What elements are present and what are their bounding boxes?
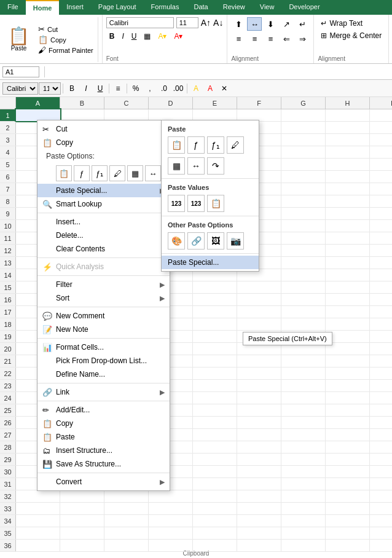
cell-23-8[interactable] (370, 380, 392, 391)
cell-18-6[interactable] (281, 318, 326, 330)
cell-19-8[interactable] (370, 331, 392, 342)
row-num-12[interactable]: 12 (0, 245, 16, 256)
cell-28-8[interactable] (370, 441, 392, 453)
cell-1-8[interactable] (370, 109, 392, 121)
cell-36-8[interactable] (370, 540, 392, 551)
mini-align-button[interactable]: ≡ (111, 82, 125, 95)
cell-36-4[interactable] (193, 540, 237, 551)
cm-define-name[interactable]: Define Name... (37, 367, 170, 381)
cell-27-5[interactable] (237, 429, 281, 441)
cell-30-7[interactable] (326, 466, 370, 477)
mini-percent-button[interactable]: % (129, 82, 143, 95)
row-num-24[interactable]: 24 (0, 392, 16, 404)
cm-copy[interactable]: 📋 Copy (37, 136, 170, 149)
cell-17-8[interactable] (370, 306, 392, 318)
bold-button[interactable]: B (106, 31, 118, 42)
row-num-16[interactable]: 16 (0, 294, 16, 305)
font-size-input[interactable] (176, 17, 198, 28)
cm-clear-contents[interactable]: Clear Contents (37, 242, 170, 256)
cell-2-7[interactable] (326, 122, 370, 133)
decrease-indent-button[interactable]: ⇐ (279, 32, 294, 45)
align-bottom-button[interactable]: ⬇ (263, 17, 278, 31)
cell-24-4[interactable] (193, 392, 237, 404)
cell-21-5[interactable] (237, 355, 281, 367)
cell-27-6[interactable] (281, 429, 326, 441)
mini-eraser-button[interactable]: ✕ (218, 82, 231, 95)
cell-22-7[interactable] (326, 367, 370, 379)
formula-input[interactable] (47, 68, 392, 76)
row-num-26[interactable]: 26 (0, 417, 16, 428)
cell-33-6[interactable] (281, 503, 326, 514)
cell-36-5[interactable] (237, 540, 281, 551)
cell-10-8[interactable] (370, 220, 392, 232)
cell-31-5[interactable] (237, 478, 281, 490)
cell-34-2[interactable] (104, 515, 149, 527)
col-header-e[interactable]: E (193, 97, 237, 109)
cm-new-note[interactable]: 📝 New Note (37, 323, 170, 336)
cell-34-6[interactable] (281, 515, 326, 527)
ps-paste-col-widths[interactable]: ↔ (187, 157, 205, 175)
ps-paste-formulas[interactable]: ƒ (187, 136, 205, 154)
row-num-3[interactable]: 3 (0, 134, 16, 146)
cm-new-comment[interactable]: 💬 New Comment (37, 309, 170, 323)
cell-27-8[interactable] (370, 429, 392, 441)
col-header-g[interactable]: G (281, 97, 326, 109)
cell-13-6[interactable] (281, 257, 326, 269)
tab-review[interactable]: Review (216, 0, 253, 15)
align-right-button[interactable]: ≡ (263, 32, 278, 45)
cell-14-8[interactable] (370, 269, 392, 281)
cell-34-1[interactable] (60, 515, 104, 527)
cell-19-7[interactable] (326, 331, 370, 342)
row-num-2[interactable]: 2 (0, 122, 16, 133)
cell-35-8[interactable] (370, 527, 392, 539)
cell-33-5[interactable] (237, 503, 281, 514)
row-num-5[interactable]: 5 (0, 159, 16, 170)
row-num-11[interactable]: 11 (0, 232, 16, 244)
cell-29-4[interactable] (193, 454, 237, 465)
cell-16-7[interactable] (326, 294, 370, 305)
align-left-button[interactable]: ≡ (231, 32, 246, 45)
cell-35-3[interactable] (149, 527, 193, 539)
cell-35-0[interactable] (16, 527, 60, 539)
cm-insert[interactable]: Insert... (37, 215, 170, 229)
cell-30-6[interactable] (281, 466, 326, 477)
italic-button[interactable]: I (119, 31, 127, 42)
font-name-input[interactable] (106, 17, 174, 28)
cm-save-structure[interactable]: 💾 Save As Structure... (37, 457, 170, 471)
row-num-25[interactable]: 25 (0, 404, 16, 416)
cell-11-8[interactable] (370, 232, 392, 244)
cell-23-7[interactable] (326, 380, 370, 391)
cm-cut[interactable]: ✂ Cut (37, 122, 170, 136)
mini-bold-button[interactable]: B (65, 82, 79, 95)
cell-10-7[interactable] (326, 220, 370, 232)
tab-page-layout[interactable]: Page Layout (91, 0, 144, 15)
row-num-21[interactable]: 21 (0, 355, 16, 367)
cell-33-4[interactable] (193, 503, 237, 514)
row-num-7[interactable]: 7 (0, 183, 16, 195)
cell-12-6[interactable] (281, 245, 326, 256)
cell-31-7[interactable] (326, 478, 370, 490)
col-header-a[interactable]: A (16, 97, 60, 109)
cell-35-5[interactable] (237, 527, 281, 539)
cell-25-6[interactable] (281, 404, 326, 416)
cell-11-7[interactable] (326, 232, 370, 244)
cell-36-2[interactable] (104, 540, 149, 551)
cell-33-8[interactable] (370, 503, 392, 514)
cell-18-5[interactable] (237, 318, 281, 330)
cm-copy2[interactable]: 📋 Copy (37, 417, 170, 430)
cell-28-5[interactable] (237, 441, 281, 453)
ps-other-1[interactable]: 🎨 (168, 232, 185, 250)
align-center-button[interactable]: ≡ (247, 32, 262, 45)
cell-33-2[interactable] (104, 503, 149, 514)
cell-20-8[interactable] (370, 343, 392, 355)
cell-7-6[interactable] (281, 183, 326, 195)
format-painter-button[interactable]: 🖌 Format Painter (36, 45, 95, 55)
cell-6-8[interactable] (370, 171, 392, 183)
cell-18-8[interactable] (370, 318, 392, 330)
row-num-36[interactable]: 36 (0, 540, 16, 551)
increase-font-icon[interactable]: A↑ (201, 18, 211, 28)
row-num-10[interactable]: 10 (0, 220, 16, 232)
cell-33-1[interactable] (60, 503, 104, 514)
cell-26-5[interactable] (237, 417, 281, 428)
cell-32-5[interactable] (237, 490, 281, 502)
